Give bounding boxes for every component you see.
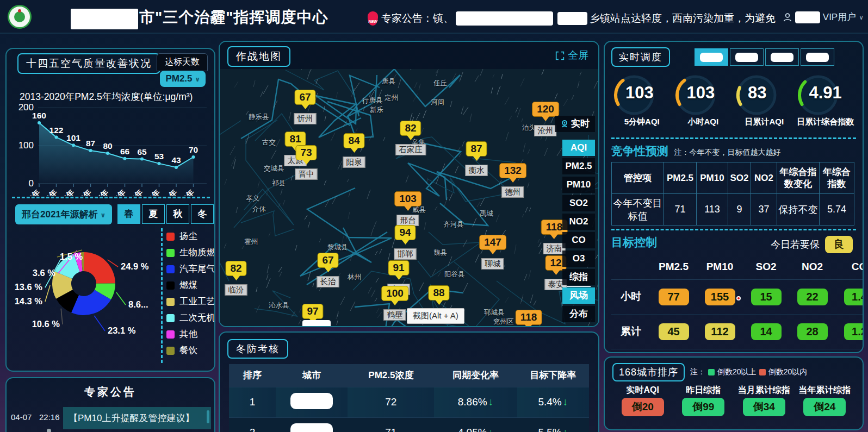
map-menu-SO2[interactable]: SO2 [562,195,595,211]
map-menu-风场[interactable]: 风场 [562,287,595,304]
legend-swatch [166,347,175,355]
marker-city-label: 邯郸 [394,248,417,260]
user-menu[interactable]: VIP用户 ∨ [783,11,864,23]
map-menu-分布[interactable]: 分布 [562,306,595,322]
marker-city-label: 聊城 [481,258,504,270]
marker-tail-icon [324,267,332,276]
winter-col-header: 排序 [229,364,276,387]
map-canvas[interactable]: 静乐县唐县任丘定州行唐县新乐河间晋州辛集泊头古交交城县祁县孝义介休霍州黎城县林州… [220,69,598,327]
announcement-item[interactable]: 04-07 22:16 【PM10上升提醒及管控建议】 [11,407,211,429]
map-menu-PM10[interactable]: PM10 [562,177,595,193]
map-menu-NO2[interactable]: NO2 [562,214,595,230]
map-marker-德州[interactable]: 132德州 [499,163,526,198]
map-marker-聊城[interactable]: 147聊城 [479,235,506,270]
ranking-col-header: 当年累计综指 [795,385,855,396]
marker-value: 91 [388,260,409,276]
map-marker-忻州[interactable]: 67忻州 [294,90,317,124]
target-value-badge: 1.2 [844,323,864,340]
ranking-legend-label: 倒数20以内 [768,367,808,377]
target-value-badge: 22 [797,289,828,305]
target-value-badge: 77 [659,289,689,305]
announcement-message[interactable]: 【PM10上升提醒及管控建议】 [63,407,211,429]
dispatch-tab-4[interactable] [801,48,834,66]
season-tab-春[interactable]: 春 [117,204,140,224]
fullscreen-icon [555,51,565,60]
map-marker-衡水[interactable]: 87衡水 [466,141,488,176]
prediction-row: 今年不变目标值71113937保持不变5.74 [612,194,854,226]
map-marker-118[interactable]: 118 [516,310,542,327]
target-value-badge: 15 [751,289,782,305]
ranking-badge: 倒99 [682,398,724,416]
prediction-col-header: PM10 [697,162,728,194]
marker-city-label: 邢台 [396,215,419,226]
announcement-text: 乡镇站点达轻度，西南污染加重，为避免 [590,11,776,26]
marker-tail-icon [542,116,549,125]
marker-tail-icon [401,240,409,248]
ranking-column-当年累计综指: 当年累计综指倒24 [795,385,855,416]
pm25-trend-line-chart: 20010001602013年1222014年1012015年872016年80… [11,102,213,196]
redacted-announcement-1 [456,11,553,26]
map-place-label: 定州 [385,93,398,103]
chevron-down-icon: ∨ [101,211,106,219]
map-marker-阳泉[interactable]: 84阳泉 [343,133,365,168]
map-marker-鹤壁[interactable]: 100鹤壁 [381,286,408,321]
svg-text:0: 0 [29,178,34,189]
map-place-label: 河间 [431,98,444,107]
target-col-header [611,254,650,279]
dispatch-tab-2[interactable] [730,48,764,66]
map-menu-CO[interactable]: CO [562,232,595,248]
realtime-icon [560,120,569,128]
season-tab-夏[interactable]: 夏 [142,204,165,224]
marker-tail-icon [489,249,497,258]
gauge-value: 103 [625,83,654,103]
gauge-label: 5分钟AQI [611,117,673,127]
marker-value: 87 [466,141,487,156]
marker-tail-icon [550,234,558,243]
dispatch-tab-1[interactable] [695,48,728,66]
prediction-col-header: PM2.5 [664,162,697,194]
map-marker-临汾[interactable]: 82临汾 [225,261,247,296]
map-place-label: 齐河县 [443,220,464,229]
season-tab-冬[interactable]: 冬 [191,204,214,224]
announcement-date: 04-07 [11,412,39,422]
gauge-日累计综合指数: 4.91日累计综合指数 [795,73,857,134]
target-value-badge: 1.4 [844,289,864,305]
marker-city-label: 晋中 [295,168,318,180]
map-menu-O3[interactable]: O3 [562,251,595,267]
map-marker-88[interactable]: 88 [428,285,449,309]
map-menu-PM2.5[interactable]: PM2.5 [562,158,595,174]
down-arrow-icon: ↓ [563,427,568,432]
pollutant-select[interactable]: PM2.5 ∨ [160,71,206,87]
dispatch-tab-3[interactable] [765,48,799,66]
legend-item: 餐饮 [166,342,215,359]
ranking-legend-label: 倒数20以上 [717,367,757,377]
map-marker-邢台[interactable]: 103邢台 [394,191,421,226]
announcement-prefix: 镇、 [433,11,454,26]
legend-swatch [166,265,175,273]
legend-label: 扬尘 [179,230,197,242]
grade-badge: 良 [825,236,853,253]
prediction-col-header: 管控项 [612,162,664,194]
map-marker-长治[interactable]: 67长治 [317,253,339,287]
announcement-time: 22:16 [39,412,63,422]
marker-value: 120 [532,102,559,117]
standard-days-button[interactable]: 达标天数 [157,53,208,71]
map-menu-实时[interactable]: 实时 [555,116,595,132]
winter-panel-title: 冬防考核 [227,339,288,359]
legend-item: 生物质燃烧 [166,245,215,261]
fullscreen-button[interactable]: 全屏 [555,48,588,62]
redacted-city [290,423,333,432]
redacted-map-label [302,320,331,327]
map-menu-综指[interactable]: 综指 [562,269,595,285]
map-marker-晋中[interactable]: 73晋中 [295,145,318,180]
map-marker-邯郸[interactable]: 94邯郸 [394,225,417,260]
map-place-label: 魏县 [433,248,447,258]
svg-text:2013年: 2013年 [18,187,42,196]
winter-row: 2714.05%↓5.5%↓ [229,417,589,432]
target-row: 累计4511214281.2 [611,314,864,349]
season-tab-秋[interactable]: 秋 [166,204,189,224]
ranking-badge: 倒34 [743,398,785,416]
marker-city-label: 石家庄 [395,144,426,155]
map-menu-AQI[interactable]: AQI [562,140,595,156]
map-marker-石家庄[interactable]: 82石家庄 [395,121,426,155]
